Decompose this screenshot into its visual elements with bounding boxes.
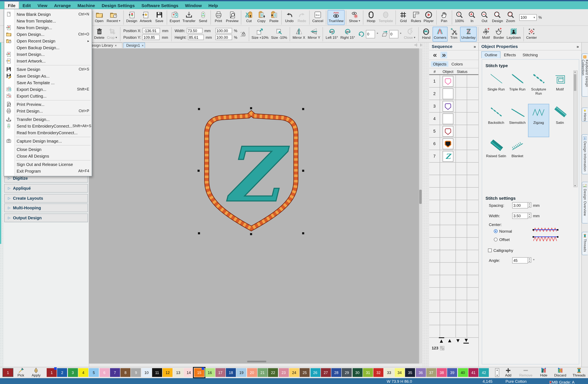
sequence-row[interactable]: 7Z <box>429 150 478 163</box>
file-menu-item-transfer-design[interactable]: Transfer Design... <box>4 116 92 123</box>
trim-button[interactable]: Trim <box>448 26 460 42</box>
print-button[interactable]: Print <box>212 10 225 25</box>
file-menu-item-new-from-design[interactable]: New from Design... <box>4 24 92 31</box>
color-swatch-26[interactable]: 26 <box>310 368 320 377</box>
left-15-button[interactable]: 15°Left 15° <box>324 26 339 42</box>
spacing-input[interactable]: 3.00 <box>512 202 528 208</box>
menu-design-settings[interactable]: Design Settings <box>98 1 138 9</box>
scroll-down-icon[interactable]: ▼ <box>574 185 576 187</box>
sequence-row[interactable]: 3 <box>429 100 478 113</box>
sequence-row[interactable]: 1 <box>429 75 478 88</box>
color-swatch-9[interactable]: 9 <box>131 368 141 377</box>
dock-tab-keyboard-design-collection[interactable]: Keyboard Design Collection <box>582 53 588 97</box>
file-menu-item-insert-artwork[interactable]: Insert Artwork... <box>4 58 92 64</box>
close-button[interactable]: Close▼ <box>402 26 417 42</box>
next-object-button[interactable]: » <box>441 52 447 58</box>
file-menu-item-save-design[interactable]: Save DesignCtrl+S <box>4 66 92 72</box>
mirror-y-button[interactable]: Mirror Y <box>307 26 321 42</box>
color-swatch-4[interactable]: 4 <box>78 368 88 377</box>
color-swatch-18[interactable]: 18 <box>226 368 236 377</box>
selection-handle-ne[interactable] <box>302 108 304 110</box>
color-swatch-15[interactable]: 15 <box>194 368 204 377</box>
tab-stitching[interactable]: Stitching <box>519 51 541 58</box>
stitch-type-stemstitch[interactable]: Stemstitch <box>507 104 528 137</box>
color-swatch-40[interactable]: 40 <box>458 368 468 377</box>
pan-button[interactable]: Pan <box>438 10 450 25</box>
player-button[interactable]: Player <box>422 10 435 25</box>
corners-button[interactable]: Corners <box>433 26 448 42</box>
object-extra-cell[interactable] <box>467 113 478 125</box>
color-swatch-34[interactable]: 34 <box>395 368 405 377</box>
selection-handle-sw[interactable] <box>198 232 200 234</box>
selection-handle-nw[interactable] <box>198 108 200 110</box>
object-thumbnail-empty[interactable] <box>442 113 453 124</box>
selection-handle-se[interactable] <box>302 232 304 234</box>
size-10-button[interactable]: Size +10% <box>250 26 270 42</box>
angle-input[interactable]: 45 <box>512 257 528 264</box>
threads-button[interactable]: Threads <box>573 367 586 377</box>
menu-help[interactable]: Help <box>205 1 221 9</box>
grid-button[interactable]: Grid <box>397 10 410 25</box>
color-swatch-12[interactable]: 12 <box>163 368 173 377</box>
sidebar-section-appliqu[interactable]: ▷Appliqué <box>4 184 88 193</box>
color-swatch-41[interactable]: 41 <box>468 368 478 377</box>
menu-machine[interactable]: Machine <box>74 1 98 9</box>
selection-handle-s[interactable] <box>250 233 252 235</box>
selection-handle-e[interactable] <box>302 170 304 172</box>
selection-handle-n[interactable] <box>250 107 252 109</box>
export-button[interactable]: Export <box>168 10 181 25</box>
file-menu-item-save-design-as[interactable]: Save Design As... <box>4 72 92 79</box>
file-menu-item-export-design[interactable]: Export Design...Shift+E <box>4 86 92 92</box>
color-swatch-31[interactable]: 31 <box>363 368 373 377</box>
color-swatch-2[interactable]: 2 <box>57 368 67 377</box>
transfer-button[interactable]: Transfer <box>181 10 197 25</box>
dock-tab-design-overview[interactable]: Design Overview <box>582 182 588 224</box>
stitch-width-input[interactable]: 3.50 <box>512 213 528 219</box>
design-canvas[interactable]: Z <box>89 48 419 363</box>
color-swatch-3[interactable]: 3 <box>68 368 78 377</box>
color-swatch-29[interactable]: 29 <box>342 368 352 377</box>
object-thumbnail-badge-red[interactable] <box>442 126 453 136</box>
position-y-input[interactable]: 109.85 <box>142 35 160 40</box>
color-swatch-24[interactable]: 24 <box>289 368 299 377</box>
sequence-row[interactable]: 5 <box>429 125 478 137</box>
object-extra-cell[interactable] <box>467 137 478 150</box>
position-x-input[interactable]: -136.91 <box>143 28 160 33</box>
color-swatch-16[interactable]: 16 <box>205 368 215 377</box>
sidebar-section-multi-hooping[interactable]: ▷Multi-Hooping <box>4 203 88 212</box>
open-button[interactable]: Open <box>93 10 105 25</box>
color-swatch-19[interactable]: 19 <box>236 368 247 377</box>
tab-effects[interactable]: Effects <box>501 51 519 58</box>
file-menu-item-send-to-embroideryconnect[interactable]: Send to EmbroideryConnect...Shift+Alt+S <box>4 123 92 129</box>
height-input[interactable]: 85.61 <box>188 35 204 40</box>
recent-button[interactable]: Recent▼ <box>105 10 122 25</box>
rotate-angle-input[interactable]: 0 <box>366 30 375 38</box>
file-menu-item-open-backup-design[interactable]: Open Backup Design... <box>4 44 92 51</box>
out-button[interactable]: Out <box>478 10 491 25</box>
artwork-button[interactable]: Artwork <box>139 10 153 25</box>
scale-y-input[interactable]: 100.00 <box>215 35 232 40</box>
menu-software-settings[interactable]: Software Settings <box>138 1 182 9</box>
color-swatch-1[interactable]: 1 <box>47 368 57 377</box>
color-swatch-35[interactable]: 35 <box>405 368 415 377</box>
menu-window[interactable]: Window <box>182 1 205 9</box>
file-menu-item-exit-program[interactable]: Exit ProgramAlt+F4 <box>4 168 92 174</box>
stitch-type-satin[interactable]: Satin <box>549 104 570 137</box>
object-status[interactable] <box>456 75 467 87</box>
zoom-level-input[interactable]: 100▼ <box>519 14 537 21</box>
sequence-row[interactable]: 2 <box>429 88 478 100</box>
send-button[interactable]: Send <box>197 10 209 25</box>
collapse-properties-button[interactable]: » <box>577 44 579 48</box>
color-swatch-21[interactable]: 21 <box>257 368 268 377</box>
underlay-button[interactable]: Underlay <box>460 26 477 42</box>
pick-color-button[interactable]: Pick <box>18 367 24 377</box>
file-menu-item-print-preview[interactable]: Print Preview... <box>4 101 92 108</box>
center-normal-radio[interactable] <box>494 229 498 233</box>
color-swatch-14[interactable]: 14 <box>184 368 194 377</box>
tab-design-library[interactable]: esign Library× <box>89 43 123 48</box>
color-swatch-25[interactable]: 25 <box>300 368 310 377</box>
color-swatch-27[interactable]: 27 <box>321 368 331 377</box>
redo-button[interactable]: Redo <box>296 10 308 25</box>
size-10-button[interactable]: Size -10% <box>270 26 289 42</box>
color-swatch-36[interactable]: 36 <box>416 368 426 377</box>
